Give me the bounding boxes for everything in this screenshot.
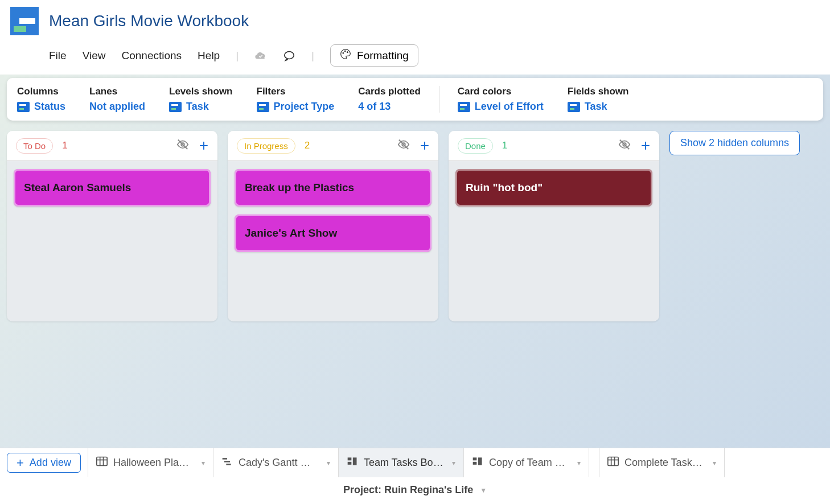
board-icon	[472, 456, 483, 469]
svg-point-3	[347, 52, 348, 53]
column-header: Done1+	[449, 131, 659, 161]
config-levels[interactable]: Levels shown Task	[169, 86, 232, 113]
column-count: 1	[502, 140, 507, 151]
board-icon	[347, 456, 358, 469]
board-card[interactable]: Steal Aaron Samuels	[14, 169, 211, 206]
menu-help[interactable]: Help	[198, 49, 220, 62]
column-title-pill[interactable]: In Progress	[237, 138, 295, 154]
tab-label: Copy of Team …	[489, 457, 565, 469]
formatting-label: Formatting	[357, 49, 409, 62]
board-card[interactable]: Break up the Plastics	[235, 169, 432, 206]
hide-column-icon[interactable]	[397, 138, 410, 153]
svg-rect-17	[348, 457, 352, 460]
column-count: 2	[305, 140, 310, 151]
column-body: Break up the PlasticsJanice's Art Show	[228, 161, 438, 260]
cloud-sync-icon[interactable]	[254, 49, 267, 62]
sheet-icon	[568, 102, 580, 112]
add-card-button[interactable]: +	[641, 138, 650, 154]
svg-rect-16	[226, 464, 231, 465]
tab-label: Complete Task…	[624, 457, 702, 469]
svg-rect-23	[608, 457, 618, 466]
svg-rect-19	[353, 457, 357, 465]
config-filters[interactable]: Filters Project Type	[257, 86, 335, 113]
tabs-container: Halloween Pla…▾Cady's Gantt …▾Team Tasks…	[88, 448, 830, 477]
add-card-button[interactable]: +	[199, 138, 208, 154]
table-icon	[96, 456, 108, 469]
menubar: File View Connections Help | | Formattin…	[10, 35, 820, 75]
menu-view[interactable]: View	[83, 49, 106, 62]
chevron-down-icon[interactable]: ▾	[202, 459, 205, 467]
config-lanes[interactable]: Lanes Not applied	[89, 86, 145, 113]
chevron-down-icon: ▼	[480, 486, 487, 494]
config-cards-plotted-label: Cards plotted	[358, 86, 421, 97]
config-card-colors[interactable]: Card colors Level of Effort	[458, 86, 544, 113]
app-logo[interactable]	[10, 7, 39, 35]
tab-spacer	[589, 448, 599, 477]
column-body: Steal Aaron Samuels	[7, 161, 217, 214]
footer-project[interactable]: Project: Ruin Regina's Life ▼	[0, 477, 830, 504]
view-tab[interactable]: Cady's Gantt …▾	[213, 448, 338, 477]
add-card-button[interactable]: +	[420, 138, 429, 154]
config-lanes-label: Lanes	[89, 86, 145, 97]
add-view-label: Add view	[30, 457, 71, 469]
column-header: To Do1+	[7, 131, 217, 161]
svg-rect-14	[223, 458, 227, 460]
config-columns[interactable]: Columns Status	[17, 86, 65, 113]
view-tab[interactable]: Team Tasks Bo…▾	[338, 448, 463, 477]
hide-column-icon[interactable]	[176, 138, 189, 153]
menu-divider: |	[236, 49, 239, 62]
config-fields-shown-label: Fields shown	[568, 86, 629, 97]
menu-divider-2: |	[311, 49, 314, 62]
board-column: Done1+Ruin "hot bod"	[449, 131, 659, 321]
chevron-down-icon[interactable]: ▾	[713, 459, 716, 467]
chevron-down-icon[interactable]: ▾	[327, 459, 330, 467]
formatting-button[interactable]: Formatting	[330, 44, 418, 67]
svg-rect-21	[473, 462, 477, 465]
svg-rect-22	[478, 457, 482, 465]
view-tab[interactable]: Halloween Pla…▾	[88, 448, 213, 477]
palette-icon	[340, 48, 351, 63]
board-card[interactable]: Ruin "hot bod"	[455, 169, 652, 206]
svg-rect-18	[348, 462, 352, 465]
topbar: Mean Girls Movie Workbook File View Conn…	[0, 0, 830, 75]
config-columns-label: Columns	[17, 86, 65, 97]
view-tab[interactable]: Copy of Team …▾	[463, 448, 589, 477]
svg-rect-15	[224, 461, 230, 462]
config-cards-plotted[interactable]: Cards plotted 4 of 13	[358, 86, 421, 113]
chevron-down-icon[interactable]: ▾	[577, 459, 581, 467]
title-row: Mean Girls Movie Workbook	[10, 7, 820, 35]
column-title-pill[interactable]: To Do	[16, 138, 53, 154]
chat-icon[interactable]	[283, 49, 295, 62]
view-tab[interactable]: Complete Task…▾	[599, 448, 724, 477]
hide-column-icon[interactable]	[618, 138, 631, 153]
sheet-icon	[169, 102, 182, 112]
tab-label: Cady's Gantt …	[239, 457, 310, 469]
board-card[interactable]: Janice's Art Show	[235, 214, 432, 252]
svg-point-0	[285, 51, 294, 59]
board-column: To Do1+Steal Aaron Samuels	[7, 131, 217, 321]
menu-file[interactable]: File	[49, 49, 67, 62]
config-separator	[439, 86, 439, 113]
board-column: In Progress2+Break up the PlasticsJanice…	[228, 131, 438, 321]
chevron-down-icon[interactable]: ▾	[452, 459, 455, 467]
table-icon	[607, 456, 619, 469]
sheet-icon	[17, 102, 30, 112]
column-body: Ruin "hot bod"	[449, 161, 659, 214]
config-card-colors-label: Card colors	[458, 86, 544, 97]
menu-connections[interactable]: Connections	[121, 49, 182, 62]
gantt-icon	[221, 456, 233, 469]
svg-rect-10	[97, 457, 107, 466]
config-bar: Columns Status Lanes Not applied Levels …	[7, 78, 823, 121]
workbook-title[interactable]: Mean Girls Movie Workbook	[49, 12, 249, 30]
show-hidden-columns-button[interactable]: Show 2 hidden columns	[669, 131, 800, 155]
config-levels-label: Levels shown	[169, 86, 232, 97]
svg-point-2	[344, 51, 346, 52]
tab-overflow[interactable]	[724, 448, 741, 477]
add-view-button[interactable]: + Add view	[7, 453, 81, 473]
board-area: To Do1+Steal Aaron SamuelsIn Progress2+B…	[0, 121, 830, 448]
config-fields-shown[interactable]: Fields shown Task	[568, 86, 629, 113]
tab-label: Halloween Pla…	[113, 457, 189, 469]
tab-label: Team Tasks Bo…	[364, 457, 443, 469]
config-filters-label: Filters	[257, 86, 335, 97]
column-title-pill[interactable]: Done	[458, 138, 493, 154]
